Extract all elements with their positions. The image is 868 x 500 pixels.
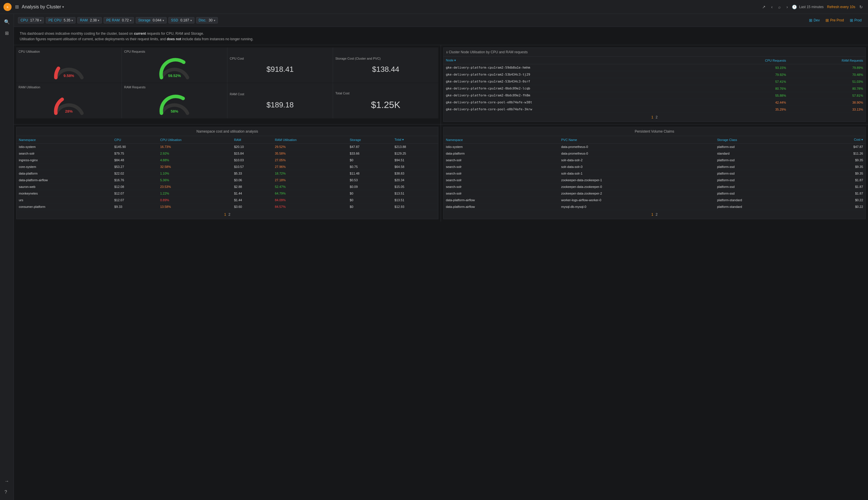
filter-storage[interactable]: Storage 0.044 ▾ <box>136 17 167 23</box>
th-cpu-requests[interactable]: CPU Requests <box>712 57 788 64</box>
ns-cpu: $12.08 <box>112 184 158 190</box>
namespace-page-2[interactable]: 2 <box>228 213 231 217</box>
filter-pe-cpu[interactable]: PE CPU 5.35 ▾ <box>46 17 75 23</box>
dev-grid-icon: ⊞ <box>809 18 812 23</box>
pvc-name: data-prometheus-0 <box>559 150 715 157</box>
ns-ram-util: 84.57% <box>272 204 348 210</box>
filter-storage-label: Storage <box>138 18 151 22</box>
pvc-cost: $9.35 <box>816 157 865 163</box>
table-row: gke-delivery-platform-core-pool-e0b74afe… <box>444 99 865 106</box>
ns-cpu-util: 1.22% <box>158 190 232 197</box>
filter-ram[interactable]: RAM 2.38 ▾ <box>77 17 102 23</box>
cluster-dev-button[interactable]: ⊞ Dev <box>807 17 822 24</box>
th-ns-storage[interactable]: Storage <box>348 136 392 144</box>
pvc-page-1[interactable]: 1 <box>651 213 653 217</box>
node-name: gke-delivery-platform-cpu1ram2-53b434c3-… <box>444 71 712 78</box>
svg-text:G: G <box>7 5 8 8</box>
sidebar-grid-icon[interactable]: ⊞ <box>2 27 12 39</box>
filter-ram-value: 2.38 <box>90 18 97 22</box>
ns-cpu: $12.07 <box>112 197 158 204</box>
ns-ram-util: 84.09% <box>272 197 348 204</box>
filter-disc-label: Disc. <box>199 18 207 22</box>
filter-pe-ram-chevron-icon: ▾ <box>130 19 131 22</box>
th-storage-class[interactable]: Storage Class <box>715 136 816 144</box>
cpu-req-value: 59.52% <box>168 73 181 78</box>
grid-icon: ⊞ <box>15 4 19 10</box>
sidebar-signin-icon[interactable]: → <box>2 476 12 487</box>
node-ram-req: 79.89% <box>788 64 865 71</box>
ns-ram-util: 35.58% <box>272 150 348 157</box>
th-pvc-name[interactable]: PVC Name <box>559 136 715 144</box>
ns-total: $213.88 <box>392 144 438 150</box>
cpu-utilisation-panel: CPU Utilisation 9.58% <box>16 47 121 83</box>
ns-total: $64.58 <box>392 163 438 170</box>
th-namespace[interactable]: Namespace <box>16 136 112 144</box>
ns-name: ingress-nginx <box>16 157 112 163</box>
refresh-button[interactable]: ↻ <box>858 3 865 10</box>
th-ns-total[interactable]: Total ▾ <box>392 136 438 144</box>
th-ns-ram-util[interactable]: RAM Utilisation <box>272 136 348 144</box>
cluster-prod-button[interactable]: ⊞ Prod <box>847 17 864 24</box>
forward-button[interactable]: › <box>785 3 789 10</box>
filter-ram-chevron-icon: ▾ <box>98 19 99 22</box>
ns-storage: $0.09 <box>348 184 392 190</box>
filter-ssd[interactable]: SSD 0.187 ▾ <box>168 17 195 23</box>
pvc-storage-class: platform-standard <box>715 197 816 204</box>
pvc-panel: Persistent Volume Claims Namespace PVC N… <box>441 125 868 221</box>
th-ns-ram[interactable]: RAM <box>232 136 272 144</box>
pvc-pagination: 1 2 <box>444 210 865 219</box>
time-range-label: Last 15 minutes <box>799 5 824 9</box>
sidebar-search-icon[interactable]: 🔍 <box>1 16 13 27</box>
cpu-requests-panel: CPU Requests 59.52% <box>122 47 227 83</box>
filter-pe-ram-value: 0.72 <box>122 18 128 22</box>
back-button[interactable]: ‹ <box>770 3 775 10</box>
ns-ram-util: 18.72% <box>272 170 348 177</box>
namespace-page-1[interactable]: 1 <box>224 213 226 217</box>
filter-pe-ram[interactable]: PE RAM 0.72 ▾ <box>104 17 134 23</box>
ns-storage: $33.66 <box>348 150 392 157</box>
total-cost-value: $1.25K <box>371 100 400 110</box>
zoom-button[interactable]: ⌕ <box>777 3 782 10</box>
th-ns-cpu[interactable]: CPU <box>112 136 158 144</box>
refresh-label[interactable]: Refresh every 10s <box>827 5 855 9</box>
cluster-page-2[interactable]: 2 <box>656 115 658 119</box>
sidebar-help-icon[interactable]: ? <box>2 487 12 498</box>
pvc-page-2[interactable]: 2 <box>656 213 658 217</box>
table-row: gke-delivery-platform-core-pool-e0b74afe… <box>444 106 865 113</box>
node-cpu-req: 80.76% <box>712 85 788 92</box>
cluster-pre-prod-button[interactable]: ⊞ Pre Prod <box>823 17 846 24</box>
th-pvc-cost[interactable]: Cost ▾ <box>816 136 865 144</box>
cpu-util-gauge-svg: 9.58% <box>53 54 85 80</box>
filter-ssd-value: 0.187 <box>180 18 189 22</box>
cluster-page-1[interactable]: 1 <box>651 115 653 119</box>
table-row: core-system $53.27 32.58% $10.57 27.96% … <box>16 163 438 170</box>
topbar: G ⊞ Analysis by Cluster ▾ ↗ ‹ ⌕ › 🕐 Last… <box>0 0 868 14</box>
filter-disc[interactable]: Disc. 30 ▾ <box>196 17 218 23</box>
filter-ram-label: RAM <box>80 18 88 22</box>
pvc-storage-class: platform-ssd <box>715 163 816 170</box>
storage-cost-value: $138.44 <box>372 65 399 74</box>
th-ns-cpu-util[interactable]: CPU Utilisation <box>158 136 232 144</box>
pvc-storage-class: platform-ssd <box>715 177 816 184</box>
ns-name: core-system <box>16 163 112 170</box>
th-ram-requests[interactable]: RAM Requests <box>788 57 865 64</box>
pvc-name: solr-data-solr-0 <box>559 163 715 170</box>
node-ram-req: 80.78% <box>788 85 865 92</box>
ns-cpu-util: 4.88% <box>158 157 232 163</box>
pvc-namespace: search-solr <box>444 157 559 163</box>
pvc-cost: $47.87 <box>816 144 865 150</box>
share-button[interactable]: ↗ <box>760 3 767 10</box>
table-row: consumer-platform $9.33 13.58% $3.60 84.… <box>16 204 438 210</box>
filter-pe-cpu-chevron-icon: ▾ <box>71 19 73 22</box>
cpu-req-title: CPU Requests <box>124 50 225 53</box>
pvc-namespace: search-solr <box>444 184 559 190</box>
ram-util-gauge-svg: 28% <box>53 90 85 116</box>
ns-cpu-util: 2.92% <box>158 150 232 157</box>
filter-cpu[interactable]: CPU 17.78 ▾ <box>18 17 44 23</box>
th-node[interactable]: Node ▾ <box>444 57 712 64</box>
sidebar: 🔍 ⊞ → ? <box>0 14 14 500</box>
ram-cost-value: $189.18 <box>267 101 294 110</box>
th-pvc-namespace[interactable]: Namespace <box>444 136 559 144</box>
ram-util-value: 28% <box>65 109 73 113</box>
ns-cpu-util: 23.53% <box>158 184 232 190</box>
